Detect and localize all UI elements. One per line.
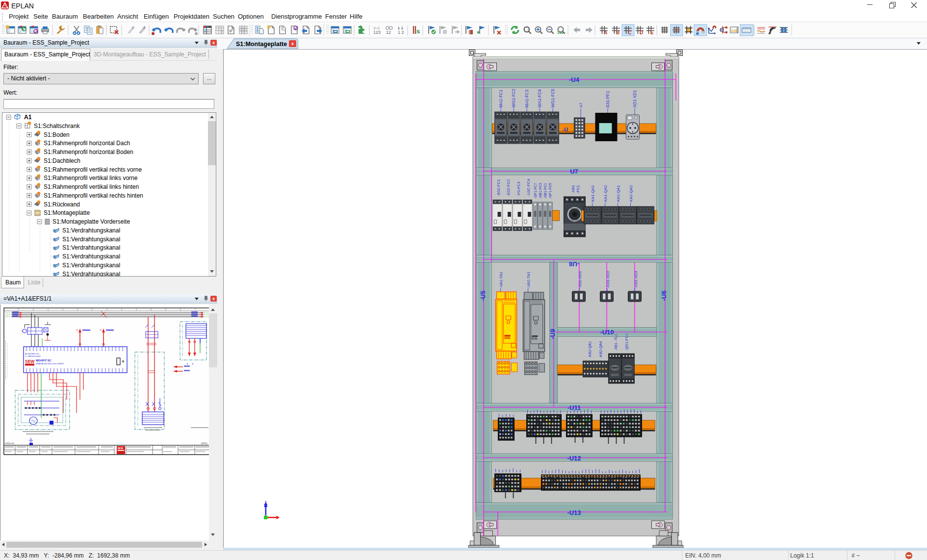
svg-text:-U12: -U12 (567, 455, 581, 462)
svg-text:-U8: -U8 (569, 260, 579, 268)
svg-text:-MA1-FC1: -MA1-FC1 (498, 90, 503, 109)
svg-text:-KA1-QA2: -KA1-QA2 (603, 185, 608, 203)
svg-text:SEW: SEW (25, 359, 35, 364)
svg-text:MOVIFIT SC: MOVIFIT SC (36, 359, 52, 362)
svg-text:-U01-XD3: -U01-XD3 (634, 271, 638, 288)
svg-text:-KA2-QA2: -KA2-QA2 (629, 185, 633, 203)
svg-text:S1:Rahmenprofil vertikal recht: S1:Rahmenprofil vertikal rechts vorne (44, 166, 142, 173)
svg-text:S1:Rahmenprofil horizontal Dac: S1:Rahmenprofil horizontal Dach (44, 140, 130, 147)
svg-text:100: 100 (557, 30, 564, 35)
svg-text:D: D (640, 30, 643, 35)
svg-text:-KA2-QA4: -KA2-QA4 (598, 341, 603, 358)
svg-text:-GB1-FC3: -GB1-FC3 (539, 183, 542, 199)
svg-text:-U10: -U10 (600, 329, 614, 336)
svg-text:-QG1-FC1: -QG1-FC1 (624, 333, 629, 351)
svg-text:-X7: -X7 (579, 102, 583, 109)
svg-text:-U5: -U5 (479, 291, 487, 301)
svg-text:S1:Dachblech: S1:Dachblech (44, 157, 80, 164)
svg-text:-F0-FC3: -F0-FC3 (516, 181, 521, 196)
svg-text:S1:Boden: S1:Boden (44, 131, 70, 138)
svg-text:SEW: SEW (532, 336, 539, 339)
svg-text:-U6: -U6 (660, 291, 668, 301)
svg-text:S1:Verdrahtungskanal: S1:Verdrahtungskanal (62, 271, 120, 277)
svg-text:-FC1: -FC1 (576, 185, 580, 194)
svg-text:-U: -U (563, 127, 568, 132)
svg-text:1 2: 1 2 (398, 30, 404, 35)
svg-text:S1:Verdrahtungskanal: S1:Verdrahtungskanal (62, 253, 120, 260)
svg-text:123: 123 (373, 30, 381, 35)
svg-text:-WA1-FC4: -WA1-FC4 (537, 89, 542, 109)
svg-text:S1:Rückwand: S1:Rückwand (44, 201, 80, 208)
svg-text:-WG1-FC5: -WG1-FC5 (550, 89, 555, 109)
svg-text:-G01-XD2: -G01-XD2 (606, 270, 610, 288)
svg-text:-U13: -U13 (567, 509, 581, 516)
svg-text:S1:Verdrahtungskanal: S1:Verdrahtungskanal (62, 227, 120, 234)
svg-text:C: C (628, 30, 631, 35)
svg-text:SEW: SEW (505, 336, 512, 339)
svg-text:MTA11A-503-S021-D01-00/M13: MTA11A-503-S021-D01-00/M13 (36, 362, 64, 365)
svg-text:=VA1+A1: =VA1+A1 (5, 442, 14, 445)
svg-text:-E02-FC2: -E02-FC2 (506, 179, 511, 196)
svg-text:S1:Montageplatte: S1:Montageplatte (44, 209, 90, 216)
svg-text:-KA2-QA1: -KA2-QA1 (616, 185, 620, 203)
svg-text:SEW: SEW (118, 447, 124, 450)
svg-text:U7: U7 (570, 168, 578, 175)
svg-text:-S31-PF1: -S31-PF1 (605, 91, 610, 109)
svg-text:A1: A1 (24, 114, 32, 121)
svg-text:E: E (650, 30, 654, 35)
svg-text:S1:Verdrahtungskanal: S1:Verdrahtungskanal (62, 262, 120, 269)
svg-text:-GP1-FC7: -GP1-FC7 (534, 183, 537, 199)
svg-text:-MA1-FC3: -MA1-FC3 (524, 90, 529, 109)
svg-text:-E02-FC1: -E02-FC1 (496, 179, 501, 196)
svg-text:-WG1-FC2: -WG1-FC2 (511, 89, 516, 109)
svg-text:-VA2-TA1: -VA2-TA1 (526, 272, 531, 288)
svg-text:S1:Rahmenprofil horizontal Bod: S1:Rahmenprofil horizontal Boden (44, 149, 133, 155)
svg-text:-KA1-QA1: -KA1-QA1 (591, 185, 595, 203)
svg-text:-XD1 XD1: -XD1 XD1 (632, 90, 637, 109)
svg-text:-U4: -U4 (569, 76, 580, 83)
svg-text:S1:Schaltschrank: S1:Schaltschrank (34, 123, 80, 129)
svg-text:S1:Rahmenprofil vertikal links: S1:Rahmenprofil vertikal links vorne (44, 175, 138, 181)
svg-text:s: s (416, 27, 420, 35)
svg-text:S1:Rahmenprofil vertikal recht: S1:Rahmenprofil vertikal rechts hinten (44, 192, 143, 199)
svg-text:+EFS1: +EFS1 (201, 442, 207, 445)
svg-text:-X01-XD1: -X01-XD1 (578, 271, 582, 288)
svg-text:S1:Montageplatte Vorderseite: S1:Montageplatte Vorderseite (52, 218, 130, 225)
svg-text:S1:Rahmenprofil vertikal links: S1:Rahmenprofil vertikal links hinten (44, 183, 139, 190)
svg-text:-U11: -U11 (567, 404, 581, 411)
svg-text:A: A (604, 30, 607, 35)
svg-text:B: B (616, 30, 619, 35)
svg-text:-XB1 -TL1: -XB1 -TL1 (614, 334, 618, 351)
svg-text:-VA1-TA1: -VA1-TA1 (499, 272, 503, 288)
svg-text:12: 12 (386, 30, 391, 35)
svg-text:S1:Verdrahtungskanal: S1:Verdrahtungskanal (62, 236, 120, 243)
svg-text:-U9: -U9 (549, 329, 556, 339)
svg-text:128: 128 (731, 28, 738, 33)
svg-text:S1:Verdrahtungskanal: S1:Verdrahtungskanal (62, 244, 120, 251)
svg-text:-GP1-FC5: -GP1-FC5 (548, 183, 552, 199)
svg-text:-GB1-FC1: -GB1-FC1 (543, 183, 547, 199)
svg-text:1 x MFZ26J 400V: 1 x MFZ26J 400V (25, 355, 41, 357)
svg-text:-L0C-FC4: -L0C-FC4 (526, 178, 531, 196)
svg-text:-KA2-QA1: -KA2-QA1 (588, 341, 592, 358)
svg-text:-XB1: -XB1 (571, 185, 575, 194)
